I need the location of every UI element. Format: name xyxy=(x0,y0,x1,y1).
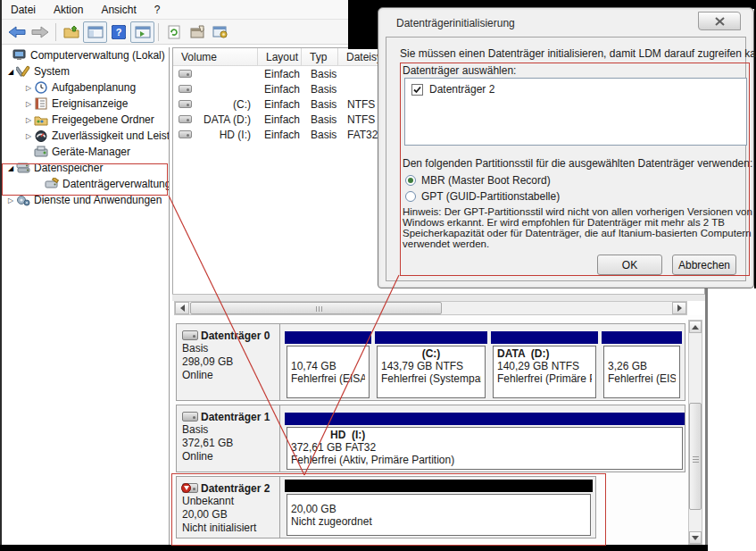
expander-icon[interactable]: ◢ xyxy=(5,68,16,76)
column-header-layout[interactable]: Layout xyxy=(258,48,302,65)
scroll-left-arrow-icon[interactable] xyxy=(175,302,189,314)
storage-icon xyxy=(16,162,30,174)
ok-button[interactable]: OK xyxy=(597,255,662,275)
performance-monitor-icon xyxy=(34,129,48,142)
computer-icon xyxy=(12,49,27,62)
disk-select-listbox[interactable]: Datenträger 2 xyxy=(404,78,747,146)
checkmark-icon xyxy=(412,85,422,95)
volume-icon xyxy=(179,130,192,138)
toolbar-separator xyxy=(158,23,159,41)
expander-icon[interactable]: ▷ xyxy=(23,132,34,140)
menu-hilfe[interactable]: ? xyxy=(145,1,170,19)
primary-partition-band xyxy=(491,331,598,344)
cancel-button[interactable]: Abbrechen xyxy=(672,255,736,275)
scroll-down-arrow-icon[interactable] xyxy=(689,531,702,544)
disk-1-card: Datenträger 1 Basis 372,61 GB Online HD … xyxy=(176,405,685,472)
menu-ansicht[interactable]: Ansicht xyxy=(92,1,145,19)
tree-item-zuverlaessigkeit[interactable]: ▷ Zuverlässigkeit und Leistung xyxy=(2,128,169,144)
window-left-border xyxy=(0,0,2,547)
unallocated-band xyxy=(285,480,593,492)
partition-eisa-2[interactable]: 3,26 GBFehlerfrei (EISA-Konfiguration) xyxy=(602,331,682,398)
console-tree: Computerverwaltung (Lokal) ◢ System ▷ Au… xyxy=(2,47,170,545)
primary-partition-band xyxy=(602,331,682,344)
partition-c[interactable]: (C:)143,79 GB NTFSFehlerfrei (Systempart… xyxy=(375,331,487,398)
partition-data-d[interactable]: DATA (D:)140,29 GB NTFSFehlerfrei (Primä… xyxy=(491,331,598,398)
mbr-radio-label[interactable]: MBR (Master Boot Record) xyxy=(421,174,551,187)
note-text: verwendet werden. xyxy=(403,238,489,249)
column-header-volume[interactable]: Volume xyxy=(173,48,258,65)
dialog-intro-text: Sie müssen einen Datenträger initialisie… xyxy=(400,47,756,60)
tree-item-system[interactable]: ◢ System xyxy=(2,63,169,79)
menu-aktion[interactable]: Aktion xyxy=(45,1,92,19)
system-tools-icon xyxy=(16,65,30,78)
scroll-right-arrow-icon[interactable] xyxy=(672,302,686,314)
properties-icon[interactable] xyxy=(186,21,209,43)
task-scheduler-icon xyxy=(34,81,48,94)
primary-partition-band xyxy=(375,331,487,344)
scroll-up-arrow-icon[interactable] xyxy=(689,321,702,333)
background-fill xyxy=(348,9,379,49)
tree-item-ereignisanzeige[interactable]: ▷ Ereignisanzeige xyxy=(2,96,169,112)
disk-0-label[interactable]: Datenträger 0 Basis 298,09 GB Online xyxy=(177,324,280,400)
services-icon xyxy=(16,194,30,206)
expander-icon[interactable]: ▷ xyxy=(23,84,34,92)
disk-1-label[interactable]: Datenträger 1 Basis 372,61 GB Online xyxy=(177,405,280,472)
disk-initialization-dialog: Datenträgerinitialisierung Sie müssen ei… xyxy=(378,7,754,288)
expander-icon[interactable]: ▷ xyxy=(23,100,34,108)
partition-hd-i[interactable]: HD (I:)372,61 GB FAT32Fehlerfrei (Aktiv,… xyxy=(285,413,685,470)
show-console-tree-icon[interactable] xyxy=(83,21,107,43)
menu-datei[interactable]: Datei xyxy=(2,1,45,19)
toolbar-separator xyxy=(55,23,56,41)
tree-item-aufgabenplanung[interactable]: ▷ Aufgabenplanung xyxy=(2,79,169,96)
gpt-radio-label[interactable]: GPT (GUID-Partitionstabelle) xyxy=(421,190,560,203)
column-header-typ[interactable]: Typ xyxy=(302,48,338,65)
horizontal-scrollbar[interactable] xyxy=(174,301,687,315)
gpt-radio-button[interactable] xyxy=(405,191,416,202)
menu-bar: Datei Aktion Ansicht ? xyxy=(2,0,348,20)
partition-eisa-1[interactable]: 10,74 GBFehlerfrei (EISA-Konfiguration) xyxy=(285,331,371,398)
volume-icon xyxy=(179,85,192,93)
disk-not-initialized-icon xyxy=(181,483,191,493)
tree-item-geraete-manager[interactable]: Geräte-Manager xyxy=(2,144,169,160)
toolbar: ? xyxy=(2,20,348,45)
show-action-pane-icon[interactable] xyxy=(130,21,154,43)
pane-splitter[interactable] xyxy=(172,294,705,301)
note-text: Hinweis: Der GPT-Partitionsstil wird nic… xyxy=(403,206,752,217)
tree-item-datenspeicher[interactable]: ◢ Datenspeicher xyxy=(2,160,169,176)
tree-item-datentraegerverwaltung[interactable]: Datenträgerverwaltung xyxy=(2,176,169,192)
hdd-icon xyxy=(182,412,198,422)
vertical-scroll-thumb[interactable] xyxy=(689,403,702,510)
primary-partition-band xyxy=(285,413,685,425)
refresh-icon[interactable] xyxy=(162,21,186,43)
horizontal-scroll-thumb[interactable] xyxy=(190,302,442,314)
close-button[interactable] xyxy=(698,12,741,30)
expander-icon[interactable]: ◢ xyxy=(5,164,16,172)
expander-icon[interactable]: ▷ xyxy=(5,196,16,205)
window-bottom-border xyxy=(0,545,708,551)
volume-icon xyxy=(179,115,192,123)
disk-2-card: Datenträger 2 Unbekannt 20,00 GB Nicht i… xyxy=(176,476,596,538)
tree-item-freigegebene-ordner[interactable]: ▷ Freigegebene Ordner xyxy=(2,112,169,128)
device-manager-icon xyxy=(34,146,48,158)
export-list-icon[interactable] xyxy=(60,21,83,43)
disk-2-option-label[interactable]: Datenträger 2 xyxy=(429,83,494,96)
unallocated-space[interactable]: 20,00 GBNicht zugeordnet xyxy=(285,480,593,536)
forward-icon[interactable] xyxy=(29,21,52,43)
tree-item-dienste[interactable]: ▷ Dienste und Anwendungen xyxy=(2,192,169,208)
expander-icon[interactable]: ▷ xyxy=(23,116,34,124)
screenshot-root: Datei Aktion Ansicht ? ? xyxy=(0,0,756,551)
note-text: Speicherkapazität oder für Datenträger, … xyxy=(403,228,752,238)
partition-style-label: Den folgenden Partitionsstil für die aus… xyxy=(403,157,752,170)
vertical-scrollbar[interactable] xyxy=(688,320,702,545)
tree-item-computerverwaltung[interactable]: Computerverwaltung (Lokal) xyxy=(2,47,169,63)
back-icon[interactable] xyxy=(5,21,29,43)
mbr-radio-button[interactable] xyxy=(405,175,416,186)
disk-2-label[interactable]: Datenträger 2 Unbekannt 20,00 GB Nicht i… xyxy=(177,477,280,538)
disk-2-checkbox[interactable] xyxy=(411,84,423,96)
disk-0-card: Datenträger 0 Basis 298,09 GB Online 10,… xyxy=(176,323,685,401)
help-icon[interactable]: ? xyxy=(107,21,130,43)
svg-text:?: ? xyxy=(116,27,122,38)
volume-icon xyxy=(179,100,192,108)
console-settings-icon[interactable] xyxy=(209,21,232,43)
dialog-title: Datenträgerinitialisierung xyxy=(396,17,515,29)
